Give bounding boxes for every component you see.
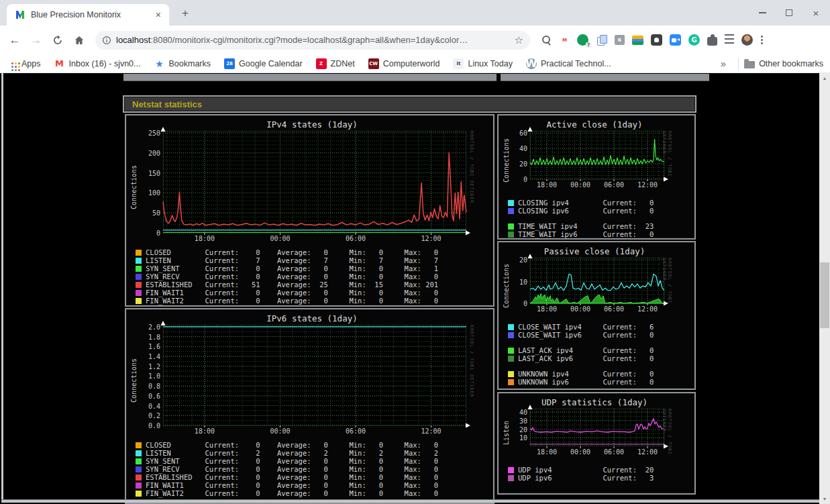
home-button[interactable] [70, 31, 89, 50]
bookmark-practical-technology[interactable]: WPractical Technol... [526, 58, 611, 69]
browser-tab[interactable]: Blue Precision Monitorix × [7, 4, 169, 26]
scroll-up-arrow-icon[interactable]: ▲ [819, 73, 830, 83]
legend-swatch [508, 223, 514, 230]
bookmark-label: Apps [21, 59, 41, 68]
bookmarks-divider [738, 58, 739, 69]
monitorix-favicon [15, 9, 25, 20]
y-tick-label: 1.8 [148, 334, 160, 341]
extensions-puzzle-icon[interactable] [707, 37, 717, 46]
google-calendar-icon: 28 [224, 58, 235, 69]
chart-y-ticks: 01020 [510, 258, 530, 303]
y-tick-label: 40 [519, 409, 527, 416]
gmail-icon[interactable]: M [560, 35, 570, 45]
chart-plot[interactable] [530, 409, 664, 446]
legend-text: FIN_WAIT2 Current: 0 Average: 0 Min: 0 M… [146, 297, 438, 305]
zoom-icon[interactable] [670, 34, 681, 46]
legend-row: UNKNOWN ipv4 Current: 0 [508, 370, 694, 378]
bookmarks-overflow-chevron[interactable]: » [721, 58, 726, 69]
chart-y-axis-label: Connections [501, 131, 510, 189]
rakuten-icon[interactable]: R [615, 35, 625, 45]
rrdtool-credit: RRDTOOL / TOBI OETIKER [469, 131, 474, 203]
window-close-button[interactable]: × [811, 8, 821, 17]
reload-button[interactable] [48, 31, 67, 50]
legend-text: ESTABLISHED Current: 0 Average: 0 Min: 0… [146, 473, 438, 481]
bookmark-zdnet[interactable]: ZZDNet [316, 58, 355, 69]
active-close-legend: CLOSING ipv4 Current: 0CLOSING ipv6 Curr… [508, 199, 694, 238]
passive-close-chart[interactable]: Passive close (1day) Connections 01020 1… [499, 242, 694, 313]
previous-section-table-edge [123, 74, 497, 81]
books-icon[interactable] [632, 36, 643, 45]
chart-plot[interactable] [163, 325, 466, 425]
legend-text: SYN_RECV Current: 0 Average: 0 Min: 0 Ma… [146, 465, 438, 473]
legend-swatch [508, 208, 514, 214]
other-bookmarks[interactable]: Other bookmarks [744, 59, 823, 68]
y-tick-label: 1.0 [148, 372, 160, 380]
new-tab-button[interactable]: + [177, 7, 193, 20]
bookmark-bookmarks[interactable]: ★Bookmarks [154, 58, 211, 69]
page-content: Netstat statistics IPv4 states (1day) Co… [0, 73, 830, 504]
folder-icon [744, 61, 755, 68]
inbox-icon: M [54, 58, 65, 69]
scrollbar-thumb[interactable] [820, 262, 829, 328]
bookmarks-bar: AppsMInbox (16) - sjvn0...★Bookmarks28Go… [0, 54, 830, 73]
rrdtool-credit: RRDTOOL / TOBI OETIKER [469, 325, 474, 397]
bookmark-computerworld[interactable]: CWComputerworld [368, 58, 440, 69]
profile-avatar-icon[interactable] [741, 34, 753, 46]
window-maximize-button[interactable] [784, 8, 794, 17]
y-tick-label: 0.8 [148, 383, 160, 390]
legend-text: LISTEN Current: 2 Average: 2 Min: 2 Max:… [146, 449, 438, 457]
ipv6-states-legend: CLOSED Current: 0 Average: 0 Min: 0 Max:… [136, 441, 493, 497]
chart-plot[interactable] [530, 131, 664, 179]
extension-icons: M?RG [541, 34, 763, 46]
tab-close-icon[interactable]: × [153, 9, 164, 20]
search-icon[interactable] [541, 34, 552, 46]
legend-row: ESTABLISHED Current: 0 Average: 0 Min: 0… [136, 473, 493, 481]
bookmark-inbox[interactable]: MInbox (16) - sjvn0... [54, 58, 141, 69]
menu-dots-icon[interactable] [760, 34, 763, 46]
window-minimize-button[interactable] [758, 8, 767, 17]
passive-close-legend: CLOSE_WAIT ipv4 Current: 6CLOSE_WAIT ipv… [508, 323, 694, 386]
y-tick-label: 20 [519, 256, 527, 264]
bookmark-apps[interactable]: Apps [7, 58, 41, 69]
copy-pages-icon[interactable] [596, 34, 607, 46]
bookmark-star-icon[interactable]: ☆ [515, 34, 523, 46]
ipv6-states-chart[interactable]: IPv6 states (1day) Connections 0.00.20.4… [126, 309, 493, 436]
hangouts-icon[interactable]: ? [577, 34, 588, 46]
bookmarks-icon: ★ [154, 58, 165, 69]
legend-swatch [508, 232, 514, 238]
legend-swatch [508, 467, 514, 473]
bookmark-google-calendar[interactable]: 28Google Calendar [224, 58, 303, 69]
scrollbar[interactable]: ▲ ▼ [819, 73, 830, 504]
chart-y-ticks: 10203040 [510, 409, 530, 446]
grammarly-icon[interactable]: G [688, 34, 700, 46]
legend-swatch [508, 356, 514, 362]
bookmark-label: Linux Today [468, 59, 513, 68]
address-bar[interactable]: localhost:8080/monitorix-cgi/monitorix.c… [95, 31, 530, 50]
info-icon[interactable] [102, 36, 111, 45]
chart-y-axis-label: Connections [501, 258, 510, 313]
bookmark-linux-today[interactable]: ltLinux Today [453, 58, 513, 69]
url-text[interactable]: localhost:8080/monitorix-cgi/monitorix.c… [116, 35, 510, 45]
forward-button[interactable]: → [27, 31, 46, 50]
chart-plot[interactable] [530, 258, 664, 303]
back-button[interactable]: ← [5, 31, 24, 50]
active-close-chart[interactable]: Active close (1day) Connections 0204060 … [499, 115, 694, 189]
legend-row: TIME_WAIT ipv6 Current: 0 [508, 230, 694, 238]
legend-text: LAST_ACK ipv4 Current: 0 [518, 346, 654, 354]
legend-row: LAST_ACK ipv4 Current: 0 [508, 346, 694, 354]
page-frame-bottom [1, 499, 819, 503]
scroll-down-arrow-icon[interactable]: ▼ [819, 494, 830, 504]
chart-y-ticks: 0.00.20.40.60.81.01.21.41.61.82.0 [138, 325, 163, 425]
pocket-icon[interactable] [651, 34, 662, 46]
legend-row: CLOSE_WAIT ipv6 Current: 0 [508, 331, 694, 339]
y-tick-label: 200 [148, 150, 160, 157]
ipv4-states-chart[interactable]: IPv4 states (1day) Connections 050100150… [126, 115, 493, 243]
bookmark-label: ZDNet [331, 59, 355, 68]
playlist-icon[interactable] [725, 34, 734, 46]
legend-text: LISTEN Current: 7 Average: 7 Min: 7 Max:… [146, 256, 438, 264]
legend-text: FIN_WAIT2 Current: 0 Average: 0 Min: 0 M… [146, 489, 438, 497]
udp-statistics-chart[interactable]: UDP statistics (1day) Listen 10203040 18… [499, 393, 694, 456]
y-tick-label: 10 [519, 279, 527, 286]
home-icon [74, 35, 85, 46]
chart-plot[interactable] [163, 131, 466, 233]
